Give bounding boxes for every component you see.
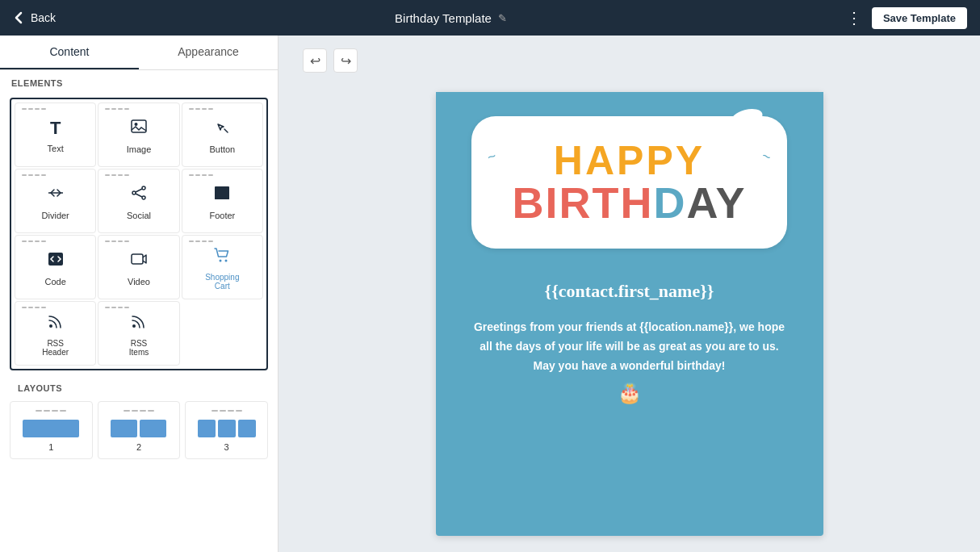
element-footer-label: Footer bbox=[209, 211, 235, 220]
svg-point-1 bbox=[134, 123, 137, 126]
element-divider[interactable]: Divider bbox=[15, 169, 96, 233]
element-shopping-cart-label: ShoppingCart bbox=[205, 273, 239, 291]
happy-text: HAPPY bbox=[512, 140, 746, 181]
element-button-label: Button bbox=[209, 144, 235, 154]
swirl-left-icon: ~ bbox=[485, 148, 499, 166]
layout-drag-dots bbox=[124, 410, 154, 412]
redo-button[interactable]: ↪ bbox=[333, 48, 358, 73]
element-drag-dots bbox=[22, 240, 46, 242]
back-label: Back bbox=[31, 11, 56, 24]
layout-col bbox=[23, 420, 79, 437]
layout-2-preview bbox=[111, 420, 166, 437]
layout-drag-dots bbox=[36, 410, 66, 412]
layout-1[interactable]: 1 bbox=[10, 401, 93, 459]
element-code-label: Code bbox=[45, 277, 66, 286]
element-text-label: Text bbox=[48, 144, 64, 153]
svg-point-13 bbox=[220, 259, 222, 261]
more-options-icon[interactable]: ⋮ bbox=[846, 8, 862, 27]
tab-appearance[interactable]: Appearance bbox=[139, 36, 278, 69]
panel-tabs: Content Appearance bbox=[0, 36, 278, 70]
element-drag-dots bbox=[22, 108, 46, 110]
element-image[interactable]: Image bbox=[98, 102, 179, 167]
element-rss-items-label: RSSItems bbox=[129, 339, 149, 357]
contact-name-variable: {{contact.first_name}} bbox=[468, 281, 791, 302]
layouts-section-header: LAYOUTS bbox=[10, 375, 268, 398]
element-drag-dots bbox=[105, 307, 129, 308]
save-template-button[interactable]: Save Template bbox=[872, 7, 967, 29]
element-button[interactable]: Button bbox=[182, 102, 263, 167]
elements-section: T Text Image bbox=[10, 98, 268, 370]
layout-col bbox=[238, 420, 256, 437]
canvas-area: ↩ ↪ ~ HAPPY BIRTHDAY bbox=[279, 36, 980, 552]
back-button[interactable]: Back bbox=[13, 11, 56, 24]
element-video-label: Video bbox=[128, 277, 150, 286]
layout-drag-dots bbox=[211, 410, 242, 412]
shopping-cart-icon bbox=[213, 246, 231, 268]
layout-1-label: 1 bbox=[48, 442, 53, 452]
element-image-label: Image bbox=[127, 144, 152, 154]
element-text[interactable]: T Text bbox=[15, 102, 96, 167]
svg-point-16 bbox=[132, 324, 136, 328]
element-drag-dots bbox=[22, 174, 46, 176]
top-navigation: Back Birthday Template ✎ ⋮ Save Template bbox=[0, 0, 980, 36]
element-shopping-cart[interactable]: ShoppingCart bbox=[182, 235, 263, 299]
greeting-text: Greetings from your friends at {{locatio… bbox=[468, 318, 791, 375]
layouts-section: LAYOUTS 1 bbox=[3, 375, 274, 469]
svg-point-15 bbox=[49, 324, 52, 328]
svg-point-6 bbox=[142, 196, 145, 199]
layout-col bbox=[111, 420, 137, 437]
element-drag-dots bbox=[105, 108, 129, 110]
template-title: Birthday Template bbox=[395, 11, 492, 25]
layouts-grid: 1 2 bbox=[10, 398, 268, 462]
element-rss-header[interactable]: RSSHeader bbox=[15, 301, 96, 366]
svg-point-4 bbox=[142, 186, 145, 190]
back-arrow-icon bbox=[13, 11, 26, 24]
text-icon: T bbox=[50, 118, 61, 139]
panel-scroll-area: ELEMENTS T Text bbox=[0, 70, 278, 552]
left-panel: Content Appearance ELEMENTS T Text bbox=[0, 36, 279, 552]
email-preview-card: ~ HAPPY BIRTHDAY ~ {{contact.first_name}… bbox=[436, 92, 823, 536]
elements-grid: T Text Image bbox=[11, 99, 266, 369]
video-icon bbox=[130, 250, 148, 272]
card-body: {{contact.first_name}} Greetings from yo… bbox=[436, 265, 823, 429]
button-icon bbox=[213, 118, 231, 140]
element-drag-dots bbox=[189, 174, 213, 176]
canvas-toolbar: ↩ ↪ bbox=[303, 48, 358, 73]
svg-point-14 bbox=[225, 259, 228, 261]
element-footer[interactable]: Footer bbox=[182, 169, 263, 233]
edit-title-icon[interactable]: ✎ bbox=[498, 12, 507, 24]
rss-header-icon bbox=[47, 312, 65, 334]
element-code[interactable]: Code bbox=[15, 235, 96, 299]
rss-items-icon bbox=[130, 312, 148, 334]
undo-button[interactable]: ↩ bbox=[303, 48, 327, 73]
element-divider-label: Divider bbox=[42, 211, 69, 220]
divider-icon bbox=[47, 184, 65, 206]
footer-icon bbox=[213, 184, 231, 206]
birthday-sticker-area: ~ HAPPY BIRTHDAY ~ bbox=[436, 92, 823, 265]
svg-line-7 bbox=[136, 189, 142, 192]
element-rss-items[interactable]: RSSItems bbox=[98, 301, 179, 366]
svg-line-8 bbox=[136, 194, 142, 197]
element-social-label: Social bbox=[127, 211, 151, 220]
element-drag-dots bbox=[105, 240, 129, 242]
element-drag-dots bbox=[105, 174, 129, 176]
element-social[interactable]: Social bbox=[98, 169, 179, 233]
tab-content[interactable]: Content bbox=[0, 36, 139, 69]
layout-col bbox=[198, 420, 216, 437]
svg-line-2 bbox=[224, 129, 228, 132]
layout-3-preview bbox=[198, 420, 256, 437]
birthday-sticker: ~ HAPPY BIRTHDAY ~ bbox=[471, 116, 786, 249]
social-icon bbox=[130, 184, 148, 206]
element-drag-dots bbox=[22, 307, 46, 308]
elements-section-header: ELEMENTS bbox=[3, 70, 274, 93]
element-video[interactable]: Video bbox=[98, 235, 179, 299]
layout-2[interactable]: 2 bbox=[98, 401, 181, 459]
birthday-text: BIRTHDAY bbox=[512, 181, 746, 224]
element-drag-dots bbox=[189, 108, 213, 110]
element-drag-dots bbox=[189, 240, 213, 242]
svg-point-5 bbox=[132, 191, 136, 194]
page-title: Birthday Template ✎ bbox=[395, 11, 507, 25]
element-rss-header-label: RSSHeader bbox=[42, 339, 69, 357]
code-icon bbox=[47, 250, 65, 272]
layout-3[interactable]: 3 bbox=[185, 401, 268, 459]
